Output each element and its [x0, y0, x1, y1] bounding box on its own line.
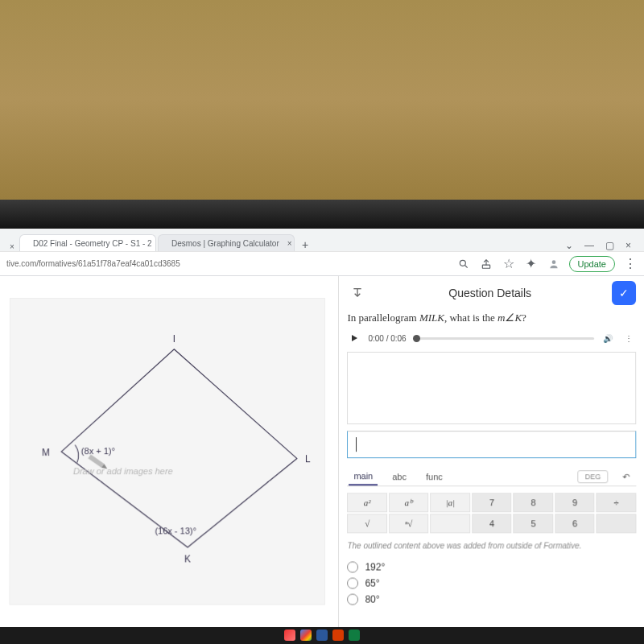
svg-point-3	[551, 260, 555, 264]
audio-time: 0:00 / 0:06	[368, 334, 406, 343]
radio-icon[interactable]	[347, 578, 358, 589]
taskbar-icon[interactable]	[332, 630, 344, 641]
taskbar-icon[interactable]	[300, 630, 312, 641]
keypad-tab-abc[interactable]: abc	[387, 469, 411, 485]
angle-K-label: (16x - 13)°	[155, 526, 197, 535]
figure-card[interactable]: I L K M (8x + 1)° (16x - 13)° Draw or ad…	[10, 298, 325, 605]
external-content-hint: The outlined content above was added fro…	[347, 541, 636, 550]
tab-formative[interactable]: D02 Final - Geometry CP - S1 - 2 ×	[19, 234, 156, 251]
close-icon[interactable]: ×	[625, 240, 631, 251]
submit-check-button[interactable]: ✓	[612, 281, 636, 305]
close-icon[interactable]: ×	[5, 242, 19, 251]
kebab-icon[interactable]: ⋮	[621, 334, 636, 343]
update-button[interactable]: Update	[569, 256, 615, 272]
question-details-pane: Question Details ✓ In parallelogram MILK…	[338, 276, 644, 627]
key-4[interactable]: 4	[472, 514, 512, 533]
vertex-I: I	[173, 333, 175, 345]
taskbar-icon[interactable]	[349, 630, 360, 641]
parallelogram-diagram: I L K M (8x + 1)° (16x - 13)°	[10, 299, 324, 605]
vertex-L: L	[305, 453, 311, 464]
choice-label: 80°	[365, 594, 379, 605]
answer-canvas[interactable]	[347, 352, 636, 424]
answer-choices: 192° 65° 80°	[347, 561, 636, 605]
deg-toggle[interactable]: DEG	[578, 470, 609, 483]
windows-taskbar[interactable]	[0, 626, 644, 644]
question-angle: m∠K	[497, 312, 522, 324]
key-9[interactable]: 9	[555, 493, 595, 512]
key-divide[interactable]: ÷	[597, 493, 637, 512]
figure-pane: I L K M (8x + 1)° (16x - 13)° Draw or ad…	[0, 276, 338, 627]
question-text: In parallelogram MILK, what is the m∠K?	[347, 312, 636, 324]
key-blank[interactable]	[431, 514, 471, 533]
keypad-tab-main[interactable]: main	[349, 468, 378, 485]
choice-label: 192°	[365, 561, 385, 572]
question-suffix: ?	[522, 312, 526, 324]
tab-label: D02 Final - Geometry CP - S1 - 2	[33, 239, 152, 248]
vertex-M: M	[42, 447, 50, 458]
key-a-power-b[interactable]: aᵇ	[389, 493, 429, 512]
keypad: a² aᵇ |a| 7 8 9 ÷ √ ⁿ√ 4 5 6	[347, 493, 636, 533]
figure-placeholder-text: Draw or add images here	[73, 467, 173, 477]
taskbar-icon[interactable]	[316, 630, 328, 641]
update-label: Update	[578, 259, 606, 269]
question-details-header: Question Details ✓	[347, 281, 636, 305]
play-icon[interactable]	[347, 331, 361, 345]
chevron-down-icon[interactable]: ⌄	[565, 240, 573, 251]
svg-rect-5	[89, 454, 105, 468]
text-cursor	[356, 437, 357, 452]
keypad-tab-func[interactable]: func	[421, 469, 448, 485]
question-prefix: In parallelogram	[347, 312, 419, 324]
audio-track[interactable]	[413, 337, 594, 340]
app-body: I L K M (8x + 1)° (16x - 13)° Draw or ad…	[0, 276, 644, 627]
new-tab-button[interactable]: +	[296, 238, 314, 251]
vertex-K: K	[184, 553, 191, 564]
browser-chrome: × D02 Final - Geometry CP - S1 - 2 × Des…	[0, 229, 644, 276]
laptop-bezel	[0, 200, 644, 229]
question-mid: , what is the	[444, 312, 497, 324]
svg-point-0	[460, 260, 465, 266]
math-input[interactable]	[347, 431, 636, 458]
maximize-icon[interactable]: ▢	[605, 240, 614, 251]
key-a-squared[interactable]: a²	[347, 493, 387, 512]
window-controls: ⌄ — ▢ ×	[557, 240, 639, 251]
extensions-icon[interactable]: ✦	[524, 257, 539, 271]
audio-knob[interactable]	[413, 335, 420, 342]
key-8[interactable]: 8	[514, 493, 554, 512]
kebab-icon[interactable]: ⋮	[623, 257, 638, 271]
radio-icon[interactable]	[347, 561, 358, 572]
tab-desmos[interactable]: Desmos | Graphing Calculator ×	[158, 234, 295, 251]
share-icon[interactable]	[479, 257, 493, 271]
key-blank2[interactable]	[597, 514, 637, 533]
svg-line-1	[464, 265, 467, 267]
key-6[interactable]: 6	[555, 514, 595, 533]
taskbar-icon[interactable]	[284, 630, 295, 641]
choice-65[interactable]: 65°	[347, 578, 636, 589]
key-7[interactable]: 7	[472, 493, 512, 512]
collapse-icon[interactable]	[347, 283, 368, 303]
url-text[interactable]: tive.com/formatives/61a51f78a7eaf4ca01cd…	[6, 259, 180, 268]
svg-marker-8	[352, 335, 357, 341]
choice-label: 65°	[365, 578, 379, 589]
audio-player: 0:00 / 0:06 🔊 ⋮	[347, 331, 636, 345]
tab-label: Desmos | Graphing Calculator	[171, 239, 279, 248]
undo-icon[interactable]: ↶	[617, 469, 634, 485]
minimize-icon[interactable]: —	[584, 240, 594, 251]
close-icon[interactable]: ×	[287, 239, 292, 248]
star-icon[interactable]: ☆	[502, 257, 516, 271]
key-abs[interactable]: |a|	[431, 493, 471, 512]
choice-192[interactable]: 192°	[347, 561, 636, 572]
keypad-tabs: main abc func DEG ↶	[347, 464, 636, 486]
volume-icon[interactable]: 🔊	[601, 334, 615, 343]
tab-strip: × D02 Final - Geometry CP - S1 - 2 × Des…	[0, 229, 644, 251]
radio-icon[interactable]	[347, 594, 358, 605]
profile-icon[interactable]	[547, 257, 561, 271]
angle-M-label: (8x + 1)°	[81, 446, 115, 456]
key-5[interactable]: 5	[514, 514, 554, 533]
search-icon[interactable]	[456, 257, 471, 271]
question-details-title: Question Details	[378, 287, 602, 299]
choice-80[interactable]: 80°	[347, 594, 636, 605]
key-nroot[interactable]: ⁿ√	[389, 514, 429, 533]
key-sqrt[interactable]: √	[347, 514, 387, 533]
room-background	[0, 0, 644, 200]
address-bar-row: tive.com/formatives/61a51f78a7eaf4ca01cd…	[0, 251, 644, 275]
